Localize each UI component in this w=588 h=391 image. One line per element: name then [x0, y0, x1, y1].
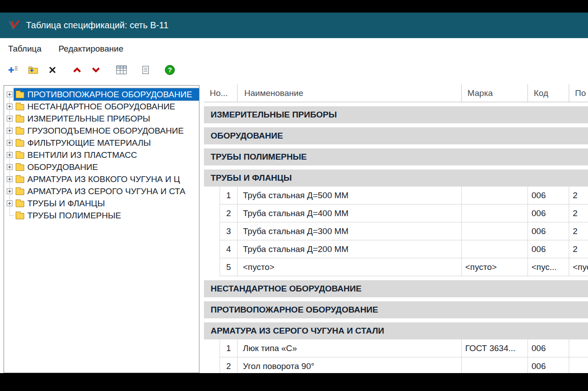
group-header[interactable]: ТРУБЫ ПОЛИМЕРНЫЕ: [204, 148, 588, 165]
expand-icon[interactable]: [7, 140, 13, 146]
expand-icon[interactable]: [7, 200, 13, 206]
tree-item[interactable]: ИЗМЕРИТЕЛЬНЫЕ ПРИБОРЫ: [7, 113, 199, 125]
cell-po[interactable]: 2: [569, 240, 588, 258]
tree-item-hit-area: ТРУБЫ И ФЛАНЦЫ: [14, 197, 199, 209]
cell-kod[interactable]: 006: [528, 339, 569, 357]
app-window: Таблица спецификаций: сеть В-11 ТаблицаР…: [0, 13, 588, 373]
chevron-down-icon: [91, 66, 101, 75]
cell-po[interactable]: 2: [569, 187, 588, 204]
expand-icon[interactable]: [7, 128, 13, 134]
table-row[interactable]: 1Труба стальная Д=500 ММ0062: [220, 187, 588, 204]
cell-marka[interactable]: [462, 240, 528, 258]
add-rows-icon: [7, 65, 18, 77]
column-header-marka[interactable]: Марка: [462, 84, 528, 102]
cell-marka[interactable]: [462, 222, 528, 240]
insert-section-button[interactable]: [26, 63, 40, 78]
cell-name[interactable]: Люк типа «С»: [238, 339, 462, 357]
expand-icon[interactable]: [7, 116, 13, 122]
cell-num[interactable]: 1: [220, 339, 238, 357]
cell-marka[interactable]: ГОСТ 3634...: [462, 339, 528, 357]
expand-icon[interactable]: [7, 164, 13, 170]
cell-marka[interactable]: [462, 204, 528, 222]
cell-po[interactable]: [569, 357, 588, 373]
tree-item[interactable]: ПРОТИВОПОЖАРНОЕ ОБОРУДОВАНИЕ: [7, 88, 199, 100]
add-row-button[interactable]: [5, 63, 20, 78]
cell-num[interactable]: 1: [220, 187, 238, 204]
column-header-po[interactable]: По: [569, 84, 588, 102]
table-row[interactable]: 2Труба стальная Д=400 ММ0062: [220, 204, 588, 222]
cell-marka[interactable]: [462, 187, 528, 204]
table-row[interactable]: 5<пусто><пусто><пус...<пусто>: [220, 258, 588, 276]
cell-num[interactable]: 5: [220, 258, 238, 276]
cell-num[interactable]: 2: [220, 204, 238, 222]
cell-name[interactable]: Труба стальная Д=500 ММ: [238, 187, 462, 204]
cell-kod[interactable]: 006: [528, 357, 569, 373]
group-header[interactable]: ТРУБЫ И ФЛАНЦЫ: [204, 169, 588, 187]
column-header-kod[interactable]: Код: [528, 84, 569, 102]
cell-kod[interactable]: 006: [528, 204, 569, 222]
cell-name[interactable]: <пусто>: [238, 258, 462, 276]
folder-icon: [16, 201, 24, 207]
group-header[interactable]: ОБОРУДОВАНИЕ: [204, 127, 588, 144]
cell-kod[interactable]: <пус...: [528, 258, 569, 276]
expand-icon[interactable]: [7, 104, 13, 109]
delete-button[interactable]: [47, 63, 58, 78]
table-row[interactable]: 2Угол поворота 90°006: [220, 357, 588, 373]
folder-icon: [16, 116, 24, 122]
cell-kod[interactable]: 006: [528, 187, 569, 204]
cell-name[interactable]: Угол поворота 90°: [238, 357, 462, 373]
tree-item[interactable]: ТРУБЫ ПОЛИМЕРНЫЕ: [7, 209, 199, 222]
expand-icon[interactable]: [7, 188, 13, 194]
report-button[interactable]: [141, 63, 151, 78]
tree-item[interactable]: ОБОРУДОВАНИЕ: [7, 161, 199, 173]
cell-po[interactable]: 2: [569, 204, 588, 222]
tree-item[interactable]: ГРУЗОПОДЪЕМНОЕ ОБОРУДОВАНИЕ: [7, 125, 199, 137]
cell-kod[interactable]: 006: [528, 222, 569, 240]
column-header-name[interactable]: Наименование: [238, 84, 462, 102]
tree-item[interactable]: АРМАТУРА ИЗ КОВКОГО ЧУГУНА И Ц: [7, 173, 199, 185]
tree-item-hit-area: ГРУЗОПОДЪЕМНОЕ ОБОРУДОВАНИЕ: [14, 125, 199, 137]
cell-num[interactable]: 3: [220, 222, 238, 240]
group-header[interactable]: АРМАТУРА ИЗ СЕРОГО ЧУГУНА И СТАЛИ: [204, 322, 588, 339]
folder-icon: [16, 92, 24, 98]
group-header[interactable]: ИЗМЕРИТЕЛЬНЫЕ ПРИБОРЫ: [204, 106, 588, 123]
column-header-num[interactable]: Но...: [204, 84, 238, 102]
cell-name[interactable]: Труба стальная Д=300 ММ: [238, 222, 462, 240]
cell-marka[interactable]: <пусто>: [462, 258, 528, 276]
title-bar[interactable]: Таблица спецификаций: сеть В-11: [0, 13, 588, 38]
cell-num[interactable]: 4: [220, 240, 238, 258]
tree-item-label: ВЕНТИЛИ ИЗ ПЛАСТМАСС: [27, 150, 137, 160]
cell-num[interactable]: 2: [220, 357, 238, 373]
move-up-button[interactable]: [71, 63, 83, 78]
group-header[interactable]: НЕСТАНДАРТНОЕ ОБОРУДОВАНИЕ: [204, 280, 588, 297]
cell-po[interactable]: <пусто>: [569, 258, 588, 276]
cell-name[interactable]: Труба стальная Д=400 ММ: [238, 204, 462, 222]
tree-item[interactable]: НЕСТАНДАРТНОЕ ОБОРУДОВАНИЕ: [7, 100, 199, 113]
table-row[interactable]: 1Люк типа «С»ГОСТ 3634...006: [220, 339, 588, 357]
cell-marka[interactable]: [462, 357, 528, 373]
tree-item-hit-area: ИЗМЕРИТЕЛЬНЫЕ ПРИБОРЫ: [14, 113, 199, 125]
expand-icon[interactable]: [7, 176, 13, 182]
expand-icon[interactable]: [7, 91, 13, 97]
table-row[interactable]: 4Труба стальная Д=200 ММ0062: [220, 240, 588, 258]
table-row[interactable]: 3Труба стальная Д=300 ММ0062: [220, 222, 588, 240]
cell-po[interactable]: [569, 339, 588, 357]
tree-item[interactable]: ВЕНТИЛИ ИЗ ПЛАСТМАСС: [7, 149, 199, 161]
table-view-button[interactable]: [115, 63, 128, 78]
menu-item-edit[interactable]: Редактирование: [57, 43, 125, 55]
tree-item-hit-area: ВЕНТИЛИ ИЗ ПЛАСТМАСС: [14, 149, 199, 161]
cell-po[interactable]: 2: [569, 222, 588, 240]
menu-item-table[interactable]: Таблица: [7, 43, 43, 55]
tree-item[interactable]: ФИЛЬТРУЮЩИЕ МАТЕРИАЛЫ: [7, 137, 199, 149]
tree-item-label: ИЗМЕРИТЕЛЬНЫЕ ПРИБОРЫ: [27, 114, 150, 124]
help-button[interactable]: ?: [163, 63, 177, 78]
group-header[interactable]: ПРОТИВОПОЖАРНОЕ ОБОРУДОВАНИЕ: [204, 301, 588, 318]
expand-icon[interactable]: [7, 152, 13, 158]
tree-item[interactable]: АРМАТУРА ИЗ СЕРОГО ЧУГУНА И СТА: [7, 185, 199, 197]
folder-icon: [16, 165, 24, 171]
cell-name[interactable]: Труба стальная Д=200 ММ: [238, 240, 462, 258]
tree-item-label: ОБОРУДОВАНИЕ: [27, 162, 98, 172]
move-down-button[interactable]: [90, 63, 102, 78]
tree-item[interactable]: ТРУБЫ И ФЛАНЦЫ: [7, 197, 199, 209]
cell-kod[interactable]: 006: [528, 240, 569, 258]
